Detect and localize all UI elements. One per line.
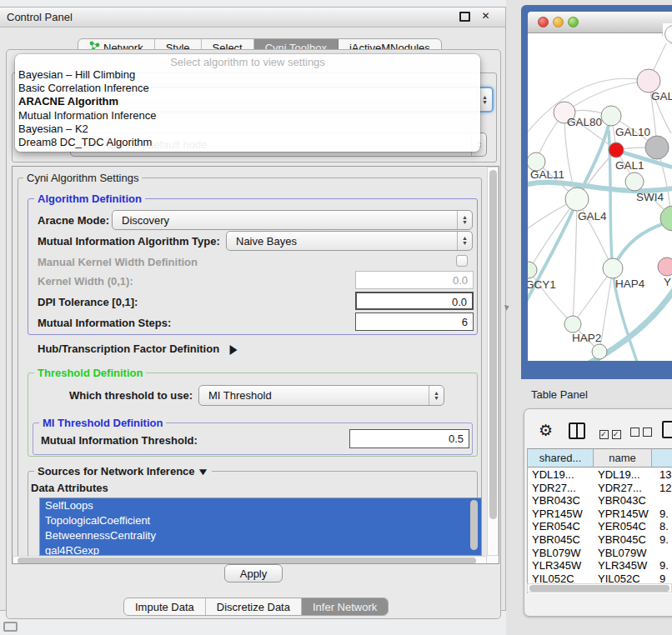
close-traffic-light-icon[interactable]	[538, 17, 549, 28]
column-header[interactable]: A	[652, 448, 672, 468]
table-cell[interactable]: YBR043C	[532, 494, 593, 508]
node-label: Y	[664, 276, 671, 288]
node-label: GAL	[651, 90, 672, 102]
tab-infer-network[interactable]: Infer Network	[302, 598, 388, 615]
table-cell[interactable]: YBL079W	[532, 547, 593, 560]
node-gal[interactable]	[637, 69, 660, 92]
page-icon[interactable]	[662, 421, 672, 438]
table-cell[interactable]: YLR345W	[532, 559, 593, 572]
table-cell[interactable]: 9.	[659, 559, 672, 572]
background-canvas-fragment	[663, 23, 672, 43]
table-cell[interactable]: YBR045C	[532, 533, 593, 547]
minimized-panel-icon[interactable]	[3, 622, 18, 632]
node[interactable]	[592, 344, 607, 359]
table-cell[interactable]: YDL19...	[532, 468, 593, 482]
table-cell[interactable]: YER054C	[532, 520, 593, 533]
attribute-item[interactable]: gal4RGexp	[40, 543, 481, 556]
table-cell[interactable]: YDL19...	[598, 468, 651, 482]
algorithm-list: Bayesian – Hill ClimbingBasic Correlatio…	[15, 68, 480, 149]
table-cell[interactable]: YDR27...	[598, 482, 651, 495]
table-cell[interactable]	[659, 547, 672, 560]
node-hap2[interactable]	[564, 316, 581, 332]
network-canvas[interactable]: GALGAL80GAL10GAL1GAL11SWI4GAL4GCY1HAP4YH…	[528, 33, 672, 361]
mi-steps-field[interactable]: 6	[355, 312, 474, 331]
mi-type-combo[interactable]: Naive Bayes ▲▼	[226, 231, 473, 251]
node-hap4[interactable]	[603, 258, 623, 278]
columns-icon[interactable]	[569, 422, 585, 439]
zoom-traffic-light-icon[interactable]	[568, 17, 579, 28]
mi-steps-label: Mutual Information Steps:	[38, 317, 171, 329]
node-gal4[interactable]	[565, 188, 589, 211]
table-cell[interactable]: 8.	[659, 520, 672, 533]
which-threshold-combo[interactable]: MI Threshold ▲▼	[198, 385, 444, 406]
collapse-down-icon: ▼	[197, 466, 209, 478]
table-cell[interactable]: YER054C	[598, 520, 651, 533]
table-cell[interactable]: YBR045C	[598, 533, 651, 547]
table-cell[interactable]: YPR145W	[532, 508, 593, 521]
control-panel-window: Control Panel ✕ NetworkStyleSelectCyni T…	[0, 7, 506, 611]
table-cell[interactable]: YDR27...	[532, 482, 593, 495]
node[interactable]	[645, 136, 669, 159]
table-cell[interactable]: 9.	[659, 533, 672, 547]
algorithm-definition-title: Algorithm Definition	[34, 192, 145, 205]
vertical-scrollbar-thumb[interactable]	[489, 170, 497, 519]
algorithm-option[interactable]: ARACNE Algorithm	[15, 95, 480, 108]
aracne-mode-label: Aracne Mode:	[38, 214, 109, 227]
attribute-item[interactable]: SelfLoops	[40, 498, 481, 513]
horizontal-scrollbar[interactable]	[13, 556, 487, 564]
aracne-mode-combo[interactable]: Discovery ▲▼	[112, 210, 473, 230]
float-window-icon[interactable]	[459, 12, 470, 22]
table-horizontal-scrollbar[interactable]	[527, 583, 672, 592]
table-cell[interactable]	[659, 494, 672, 508]
node-gal1[interactable]	[609, 142, 624, 158]
mi-threshold-field[interactable]: 0.5	[349, 429, 469, 448]
column-header[interactable]: name	[594, 448, 652, 468]
node-table[interactable]: shared...nameA YDL19...YDL19...13YDR27..…	[527, 448, 672, 593]
algorithm-option[interactable]: Mutual Information Inference	[15, 109, 480, 122]
algorithm-option[interactable]: Basic Correlation Inference	[15, 82, 480, 95]
apply-button[interactable]: Apply	[224, 564, 283, 582]
column-header[interactable]: shared...	[528, 448, 594, 468]
node-swi4[interactable]	[625, 172, 644, 191]
unchecked-pair-icon[interactable]	[630, 427, 652, 439]
network-window-titlebar[interactable]	[528, 12, 672, 33]
gear-icon[interactable]: ⚙	[539, 421, 553, 440]
node-y[interactable]	[658, 258, 672, 276]
table-cell[interactable]: 12	[659, 482, 672, 495]
dpi-tolerance-field[interactable]: 0.0	[355, 292, 474, 310]
attribute-item[interactable]: BetweennessCentrality	[40, 528, 481, 543]
table-cell[interactable]: YBL079W	[598, 547, 651, 560]
tab-discretize-data[interactable]: Discretize Data	[206, 598, 302, 615]
kernel-width-field[interactable]: 0.0	[355, 271, 474, 289]
table-cell[interactable]: YBR043C	[598, 494, 651, 508]
attribute-item[interactable]: TopologicalCoefficient	[40, 513, 481, 528]
node-label: GAL80	[567, 116, 602, 128]
close-icon[interactable]: ✕	[481, 12, 490, 21]
checked-pair-icon[interactable]: ✓ ✓	[599, 427, 621, 439]
combo-arrows-icon: ▲▼	[457, 232, 472, 250]
horizontal-scrollbar-thumb[interactable]	[18, 558, 476, 564]
algorithm-option[interactable]: Bayesian – K2	[15, 122, 480, 136]
table-cell[interactable]: 13	[659, 468, 672, 482]
table-cell[interactable]: 9.	[659, 508, 672, 521]
table-cell[interactable]: YLR345W	[598, 559, 651, 572]
node-gcy1[interactable]	[528, 262, 537, 278]
table-cell[interactable]: YPR145W	[598, 508, 651, 521]
vertical-scrollbar[interactable]	[487, 167, 499, 556]
algorithm-option[interactable]: Dream8 DC_TDC Algorithm	[15, 136, 480, 149]
node[interactable]	[660, 206, 672, 231]
node-gal10[interactable]	[601, 106, 621, 126]
network-view-window: GALGAL80GAL10GAL1GAL11SWI4GAL4GCY1HAP4YH…	[521, 5, 672, 379]
tab-impute-data[interactable]: Impute Data	[124, 598, 206, 615]
manual-kernel-checkbox[interactable]	[456, 255, 468, 267]
hub-definition-toggle[interactable]: Hub/Transcription Factor Definition ▶	[38, 342, 238, 355]
algorithm-option[interactable]: Bayesian – Hill Climbing	[15, 68, 480, 82]
data-attributes-label: Data Attributes	[31, 482, 108, 494]
control-panel-titlebar[interactable]: Control Panel ✕	[0, 8, 505, 28]
minimize-traffic-light-icon[interactable]	[553, 17, 564, 28]
data-attributes-list[interactable]: SelfLoopsTopologicalCoefficientBetweenne…	[39, 498, 482, 556]
sources-title-toggle[interactable]: Sources for Network Inference ▼	[34, 465, 212, 478]
table-scrollbar-thumb[interactable]	[529, 585, 669, 592]
node-label: GAL1	[615, 159, 644, 172]
attributes-scrollbar[interactable]	[470, 500, 478, 550]
